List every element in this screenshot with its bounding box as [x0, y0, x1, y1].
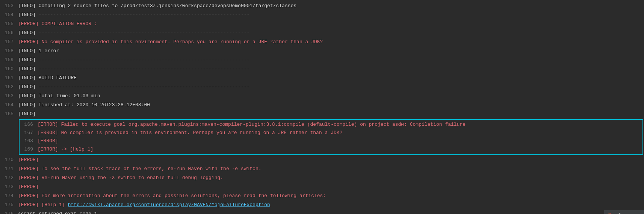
log-line: 158 [INFO] 1 error	[0, 47, 644, 56]
line-content: [ERROR] COMPILATION ERROR :	[18, 20, 644, 28]
log-line: 156 [INFO] -----------------------------…	[0, 29, 644, 38]
log-line: 170 [ERROR]	[0, 155, 644, 164]
log-line: 153 [INFO] Compiling 2 source files to /…	[0, 2, 644, 11]
line-content: [INFO] Total time: 01:03 min	[18, 92, 644, 100]
line-number: 155	[0, 20, 18, 28]
line-number: 158	[0, 47, 18, 55]
line-number: 165	[0, 110, 18, 118]
line-number: 162	[0, 83, 18, 91]
line-content: [INFO] ---------------------------------…	[18, 83, 644, 91]
highlighted-log-line: 168 [ERROR]	[20, 137, 642, 145]
line-content: [INFO] 1 error	[18, 47, 644, 55]
line-number: 174	[0, 192, 18, 200]
log-line: 172 [ERROR] Re-run Maven using the -X sw…	[0, 173, 644, 182]
line-number: 153	[0, 2, 18, 10]
line-number: 176	[0, 210, 18, 214]
line-number: 154	[0, 11, 18, 19]
line-content: [ERROR] No compiler is provided in this …	[18, 38, 644, 46]
bottom-bar-icon-refresh[interactable]: ↻	[625, 212, 632, 214]
line-content: [INFO] ---------------------------------…	[18, 56, 644, 64]
line-content: [INFO] ---------------------------------…	[18, 11, 644, 19]
log-line: 160 [INFO] -----------------------------…	[0, 65, 644, 74]
log-line-link: 175 [ERROR] [Help 1] http://cwiki.apache…	[0, 200, 644, 209]
line-number: 163	[0, 92, 18, 100]
line-content: [ERROR]	[38, 137, 642, 145]
bottom-bar-icon-plus[interactable]: ⊕	[634, 212, 641, 214]
line-number: 159	[0, 56, 18, 64]
line-number: 170	[0, 156, 18, 164]
line-content: [INFO] Compiling 2 source files to /prod…	[18, 2, 644, 10]
highlighted-log-line: 167 [ERROR] No compiler is provided in t…	[20, 129, 642, 137]
highlighted-error-block: 166 [ERROR] Failed to execute goal org.a…	[19, 119, 643, 155]
highlighted-log-line: 166 [ERROR] Failed to execute goal org.a…	[20, 121, 642, 129]
line-content: [ERROR] Failed to execute goal org.apach…	[38, 121, 642, 129]
log-line: 161 [INFO] BUILD FAILURE	[0, 74, 644, 83]
line-content: [INFO]	[18, 110, 644, 118]
log-line: 162 [INFO] -----------------------------…	[0, 83, 644, 92]
log-line: 173 [ERROR]	[0, 182, 644, 191]
line-content: [INFO] ---------------------------------…	[18, 29, 644, 37]
line-content: [ERROR]	[18, 156, 644, 164]
line-content: [INFO] BUILD FAILURE	[18, 74, 644, 82]
line-content: [ERROR] -> [Help 1]	[38, 145, 642, 154]
log-container: 153 [INFO] Compiling 2 source files to /…	[0, 0, 644, 214]
bottom-bar-icon-d[interactable]: 🔖	[607, 212, 614, 214]
log-line: 157 [ERROR] No compiler is provided in t…	[0, 38, 644, 47]
line-number: 166	[20, 121, 38, 129]
log-line: 159 [INFO] -----------------------------…	[0, 56, 644, 65]
log-line: 154 [INFO] -----------------------------…	[0, 11, 644, 20]
line-number: 168	[20, 137, 38, 145]
line-number: 175	[0, 201, 18, 209]
line-number: 160	[0, 65, 18, 73]
log-line: 155 [ERROR] COMPILATION ERROR :	[0, 20, 644, 29]
line-number: 171	[0, 165, 18, 173]
line-content: [INFO] ---------------------------------…	[18, 65, 644, 73]
log-line: 163 [INFO] Total time: 01:03 min	[0, 92, 644, 101]
log-line: 176 script returned exit code 1	[0, 209, 644, 214]
bottom-bar-icon-chinese[interactable]: 中	[616, 212, 623, 214]
log-line: 171 [ERROR] To see the full stack trace …	[0, 164, 644, 173]
log-line: 164 [INFO] Finished at: 2020-10-26T23:28…	[0, 101, 644, 110]
line-number: 157	[0, 38, 18, 46]
post-highlight-lines: 170 [ERROR] 171 [ERROR] To see the full …	[0, 155, 644, 214]
line-number: 164	[0, 101, 18, 109]
line-content: [ERROR] For more information about the e…	[18, 192, 644, 200]
line-content: script returned exit code 1	[18, 210, 644, 214]
log-line: 165 [INFO]	[0, 110, 644, 119]
pre-highlight-lines: 153 [INFO] Compiling 2 source files to /…	[0, 2, 644, 119]
line-content: [ERROR] Re-run Maven using the -X switch…	[18, 174, 644, 182]
log-line: 174 [ERROR] For more information about t…	[0, 191, 644, 200]
highlighted-log-line: 169 [ERROR] -> [Help 1]	[20, 145, 642, 154]
line-content: [ERROR]	[18, 183, 644, 191]
line-number: 169	[20, 145, 38, 154]
help-link[interactable]: http://cwiki.apache.org/confluence/displ…	[68, 202, 270, 208]
line-number: 173	[0, 183, 18, 191]
line-number: 167	[20, 129, 38, 137]
line-content: [ERROR] [Help 1] http://cwiki.apache.org…	[18, 201, 644, 209]
line-number: 172	[0, 174, 18, 182]
line-content: [ERROR] No compiler is provided in this …	[38, 129, 642, 137]
bottom-bar: 🔖 中 ↻ ⊕	[604, 210, 644, 214]
line-number: 161	[0, 74, 18, 82]
line-number: 156	[0, 29, 18, 37]
line-content: [ERROR] To see the full stack trace of t…	[18, 165, 644, 173]
line-content: [INFO] Finished at: 2020-10-26T23:28:12+…	[18, 101, 644, 109]
